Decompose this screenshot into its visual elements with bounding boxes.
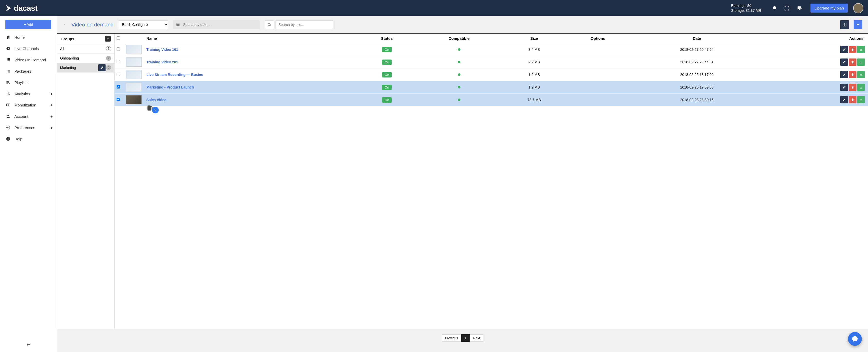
expand-icon[interactable]: + [50,103,53,107]
nav-video-on-demand[interactable]: Video On Demand [0,54,57,65]
nav-packages[interactable]: Packages [0,65,57,77]
search-date-input[interactable] [183,20,257,29]
nav-label: Packages [14,69,31,73]
download-button[interactable] [857,71,865,78]
groups-header-label: Groups [61,37,74,41]
help-fab[interactable] [848,332,862,346]
col-name[interactable]: Name [144,34,359,43]
collapse-sidebar-icon[interactable] [0,339,57,352]
expand-icon[interactable]: + [50,114,53,118]
table-row[interactable]: Live Stream Recording — BusineOn1.9 MB20… [115,69,868,81]
group-count: 5 [106,46,111,51]
video-thumbnail[interactable] [126,58,142,67]
video-name-link[interactable]: Training Video 201 [146,60,178,64]
download-button[interactable] [857,46,865,53]
group-all[interactable]: All5 [57,44,114,54]
fullscreen-icon[interactable] [784,6,789,11]
video-thumbnail[interactable] [126,70,142,79]
group-label: Onboarding [60,56,79,60]
upgrade-button[interactable]: Upgrade my plan [810,4,848,12]
notifications-icon[interactable] [772,6,777,11]
search-title-input[interactable] [276,20,333,29]
status-badge: On [382,60,392,65]
table-row[interactable]: Marketing - Product LaunchOn1.2 MB2018-0… [115,81,868,94]
video-thumbnail[interactable] [126,45,142,54]
account-stats: Earnings: $0 Storage: 82.37 MB [731,3,761,13]
edit-button[interactable] [840,96,848,103]
table-row[interactable]: Sales VideoOn73.7 MB2018-02-23 23:30:15 [115,94,868,106]
video-thumbnail[interactable] [126,82,142,92]
col-date[interactable]: Date [631,34,763,43]
layout-toggle-button[interactable] [840,20,849,29]
group-label: All [60,47,64,51]
options-cell [565,81,631,94]
batch-configure-select[interactable]: Batch Configure [118,20,168,29]
delete-button[interactable] [849,46,857,53]
edit-button[interactable] [840,84,848,91]
video-name-link[interactable]: Training Video 101 [146,47,178,51]
edit-button[interactable] [840,59,848,66]
search-icon[interactable] [265,20,274,29]
row-checkbox[interactable] [117,60,120,63]
nav-account[interactable]: Account+ [0,111,57,122]
nav-analytics[interactable]: Analytics+ [0,88,57,99]
next-page-button[interactable]: Next [470,334,484,342]
date-cell: 2018-02-25 17:59:50 [631,81,763,94]
add-button[interactable]: + Add [5,20,51,29]
delete-button[interactable] [849,84,857,91]
calendar-icon[interactable] [173,22,183,27]
options-cell [565,43,631,56]
collapse-section-icon[interactable] [63,22,67,27]
row-checkbox[interactable] [117,47,120,51]
expand-icon[interactable]: + [50,126,53,130]
col-size[interactable]: Size [503,34,565,43]
nav-label: Video On Demand [14,58,46,62]
table-row[interactable]: Training Video 201On2.2 MB2018-02-27 20:… [115,56,868,69]
edit-button[interactable] [840,71,848,78]
row-checkbox[interactable] [117,73,120,76]
prev-page-button[interactable]: Previous [442,334,462,342]
delete-button[interactable] [849,96,857,103]
nav-home[interactable]: Home [0,32,57,43]
video-name-link[interactable]: Live Stream Recording — Busine [146,73,203,77]
nav-monetization[interactable]: $Monetization+ [0,99,57,111]
download-button[interactable] [857,96,865,103]
col-status[interactable]: Status [359,34,415,43]
group-onboarding[interactable]: Onboarding2 [57,54,114,63]
expand-icon[interactable]: + [50,92,53,96]
nav-help[interactable]: Help [0,133,57,144]
delete-button[interactable] [849,59,857,66]
nav-label: Home [14,35,25,39]
row-checkbox[interactable] [117,85,120,89]
page-1-button[interactable]: 1 [461,334,470,342]
status-badge: On [382,47,392,52]
col-compatible[interactable]: Compatible [415,34,503,43]
date-cell: 2018-02-25 18:17:00 [631,69,763,81]
video-name-link[interactable]: Sales Video [146,98,166,102]
col-options[interactable]: Options [565,34,631,43]
add-group-button[interactable]: + [105,36,111,42]
avatar[interactable] [853,3,863,13]
chat-icon[interactable] [797,5,802,11]
nav-preferences[interactable]: Preferences+ [0,122,57,133]
select-all-checkbox[interactable] [117,36,120,40]
videos-table: Name Status Compatible Size Options Date… [115,34,868,106]
row-checkbox[interactable] [117,98,120,101]
options-cell [565,56,631,69]
nav-live-channels[interactable]: Live Channels [0,43,57,54]
group-marketing[interactable]: Marketing0 [57,63,114,73]
download-button[interactable] [857,59,865,66]
download-button[interactable] [857,84,865,91]
video-name-link[interactable]: Marketing - Product Launch [146,85,194,89]
delete-button[interactable] [849,71,857,78]
film-icon [6,58,11,62]
video-thumbnail[interactable] [126,95,142,104]
table-row[interactable]: Training Video 101On3.4 MB2018-02-27 20:… [115,43,868,56]
add-video-button[interactable]: + [854,20,862,29]
group-count: 2 [106,56,111,61]
brand-logo[interactable]: dacast [5,4,37,12]
edit-group-button[interactable] [98,64,105,71]
pagination: Previous 1 Next [57,329,868,352]
edit-button[interactable] [840,46,848,53]
nav-playlists[interactable]: Playlists [0,77,57,88]
